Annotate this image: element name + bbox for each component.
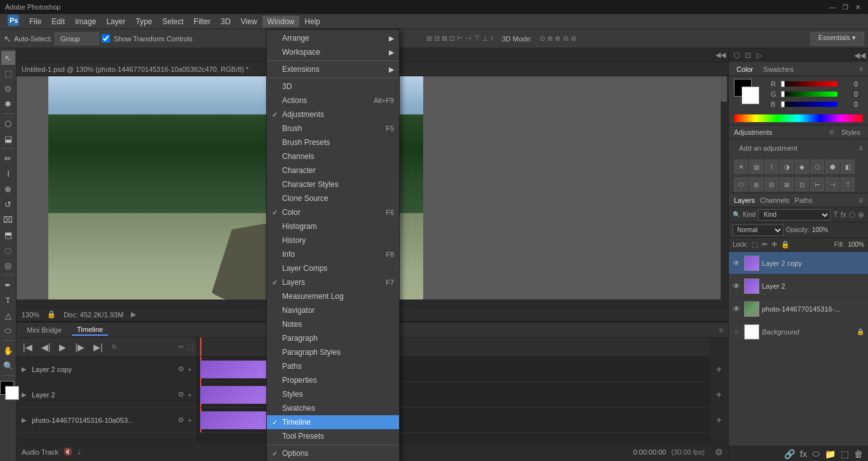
go-to-end-btn[interactable]: ▶| — [91, 341, 105, 354]
layer-item-2[interactable]: 👁 Layer 2 — [729, 275, 868, 298]
restore-button[interactable]: ❐ — [840, 2, 850, 12]
menu-navigator[interactable]: Navigator — [267, 303, 399, 317]
essentials-button[interactable]: Essentials ▾ — [810, 32, 864, 46]
selective-color-icon[interactable]: ⊤ — [841, 177, 855, 191]
clip-layer-2[interactable] — [200, 386, 276, 404]
go-to-start-btn[interactable]: |◀ — [20, 341, 35, 354]
vertical-scrollbar[interactable] — [721, 76, 728, 307]
menu-properties[interactable]: Properties — [267, 373, 399, 387]
menu-character-styles[interactable]: Character Styles — [267, 177, 399, 191]
background-color[interactable] — [742, 86, 759, 104]
auto-select-dropdown[interactable]: Group — [55, 32, 99, 45]
mini-bridge-tab[interactable]: Mini Bridge — [22, 325, 67, 335]
loop-btn[interactable]: ↻ — [112, 343, 117, 350]
timeline-settings-icon[interactable]: ⚙ — [715, 447, 723, 457]
move-tool[interactable]: ↖ — [1, 51, 15, 65]
fg-bg-colors[interactable] — [734, 79, 762, 107]
zoom-tool[interactable]: 🔍 — [1, 359, 15, 373]
tl-layer-photo[interactable]: ▶ photo-1446770145316-10a053... ⚙ + — [17, 408, 197, 433]
r-slider[interactable] — [781, 81, 837, 86]
menu-layer-comps[interactable]: Layer Comps — [267, 261, 399, 275]
show-transform-checkbox[interactable] — [102, 34, 110, 43]
layer-item-2-copy[interactable]: 👁 Layer 2 copy — [729, 252, 868, 275]
color-tab[interactable]: Color — [734, 64, 756, 74]
brightness-icon[interactable]: ☀ — [734, 160, 748, 174]
fill-value[interactable]: 100% — [848, 241, 864, 248]
color-spectrum[interactable] — [734, 114, 863, 122]
levels-icon[interactable]: ▤ — [749, 160, 763, 174]
blur-tool[interactable]: ◌ — [1, 243, 15, 257]
crop-tool[interactable]: ⬡ — [1, 116, 15, 130]
tl-layer-2-copy[interactable]: ▶ Layer 2 copy ⚙ + — [17, 357, 197, 382]
add-layer-2-btn[interactable]: + — [716, 382, 722, 408]
menu-3d[interactable]: 3D — [215, 16, 235, 27]
transition-icon[interactable]: ⬚ — [187, 343, 193, 350]
menu-paragraph[interactable]: Paragraph — [267, 331, 399, 345]
channels-tab[interactable]: Channels — [760, 196, 789, 204]
layer-item-background[interactable]: 👁 Background 🔒 — [729, 320, 868, 343]
menu-adjustments-item[interactable]: ✓ Adjustments — [267, 107, 399, 121]
opacity-value[interactable]: 100% — [812, 226, 829, 233]
layer-eye-photo[interactable]: 👁 — [733, 305, 742, 313]
add-layer-copy-btn[interactable]: + — [716, 357, 722, 382]
menu-window[interactable]: Window — [262, 16, 300, 27]
menu-type[interactable]: Type — [130, 16, 157, 27]
eraser-tool[interactable]: ⌧ — [1, 212, 15, 226]
delete-layer-btn[interactable]: 🗑 — [853, 448, 864, 460]
link-layers-btn[interactable]: 🔗 — [783, 448, 796, 460]
exposure-icon[interactable]: ◑ — [780, 160, 794, 174]
adjustments-menu-icon[interactable]: ≡ — [858, 144, 863, 153]
b-slider[interactable] — [781, 102, 837, 107]
posterize-icon[interactable]: ⊡ — [795, 177, 809, 191]
menu-view[interactable]: View — [236, 16, 262, 27]
bw-icon[interactable]: ◧ — [841, 160, 855, 174]
panel-collapse-btn[interactable]: ◀◀ — [854, 51, 865, 60]
menu-swatches[interactable]: Swatches — [267, 401, 399, 415]
add-effect-btn[interactable]: fx — [799, 448, 808, 460]
menu-options[interactable]: ✓ Options — [267, 446, 399, 460]
menu-history[interactable]: History — [267, 233, 399, 247]
play-btn[interactable]: ▶ — [57, 341, 69, 354]
menu-image[interactable]: Image — [70, 16, 101, 27]
swatches-tab[interactable]: Swatches — [761, 64, 796, 74]
invert-icon[interactable]: ⊠ — [780, 177, 794, 191]
color-swatches[interactable] — [0, 381, 23, 404]
lock-all-icon[interactable]: 🔒 — [781, 240, 790, 249]
timeline-menu-icon[interactable]: ≡ — [719, 326, 723, 334]
color-lookup-icon[interactable]: ⊟ — [764, 177, 778, 191]
lock-image-icon[interactable]: ✏ — [762, 240, 768, 249]
b-thumb[interactable] — [781, 101, 785, 107]
menu-filter[interactable]: Filter — [189, 16, 216, 27]
menu-layer[interactable]: Layer — [101, 16, 130, 27]
menu-layers[interactable]: ✓ Layers F7 — [267, 275, 399, 289]
menu-arrange[interactable]: Arrange — [267, 31, 399, 45]
layer-eye-background[interactable]: 👁 — [733, 327, 742, 336]
tl-photo-options-icon[interactable]: ⚙ — [178, 416, 184, 424]
menu-notes[interactable]: Notes — [267, 317, 399, 331]
menu-actions[interactable]: Actions Alt+F9 — [267, 93, 399, 107]
quick-select-tool[interactable]: ✱ — [1, 97, 15, 111]
filter-T-icon[interactable]: T — [833, 210, 837, 219]
lasso-tool[interactable]: ⊙ — [1, 81, 15, 95]
clip-layer-copy[interactable] — [200, 361, 276, 378]
channel-mixer-icon[interactable]: ⊞ — [749, 177, 763, 191]
layer-eye-2[interactable]: 👁 — [733, 282, 742, 291]
menu-character[interactable]: Character — [267, 163, 399, 177]
menu-3d-item[interactable]: 3D — [267, 79, 399, 93]
photo-filter-icon[interactable]: ⬭ — [734, 177, 748, 191]
tl-layer2-add-icon[interactable]: + — [188, 391, 192, 399]
minimize-button[interactable]: — — [827, 2, 837, 12]
spot-healing-tool[interactable]: ✏ — [1, 151, 15, 165]
menu-histogram[interactable]: Histogram — [267, 219, 399, 233]
eyedropper-tool[interactable]: ⬓ — [1, 132, 15, 146]
menu-color[interactable]: ✓ Color F6 — [267, 205, 399, 219]
menu-extensions[interactable]: Extensions — [267, 62, 399, 76]
cut-icon[interactable]: ✂ — [179, 343, 184, 350]
color-balance-icon[interactable]: ⬢ — [825, 160, 839, 174]
threshold-icon[interactable]: ⊢ — [810, 177, 824, 191]
new-group-btn[interactable]: 📁 — [824, 448, 837, 460]
menu-timeline[interactable]: ✓ Timeline — [267, 415, 399, 429]
clip-photo[interactable] — [200, 411, 276, 429]
brush-tool[interactable]: ⌇ — [1, 167, 15, 181]
filter-fx-icon[interactable]: fx — [841, 210, 846, 219]
